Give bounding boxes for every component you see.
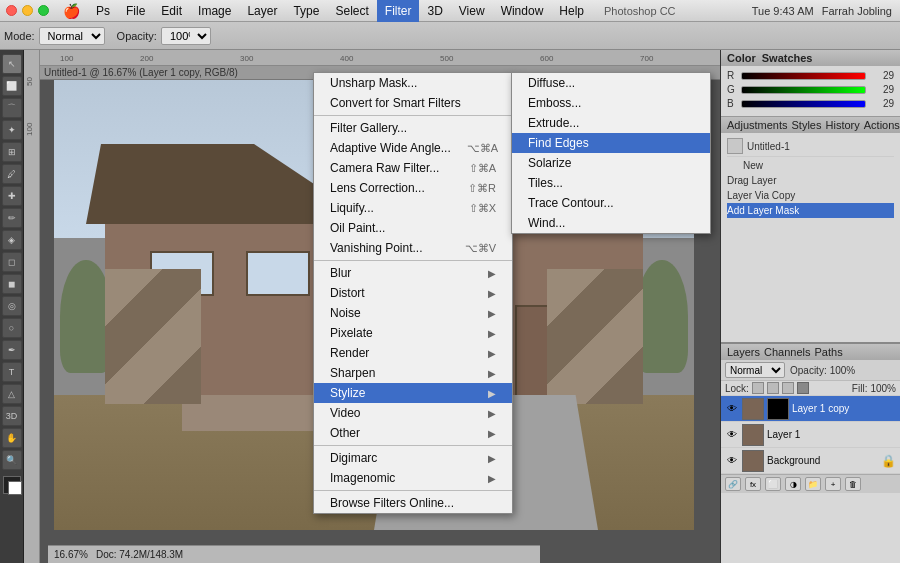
adj-drag-layer[interactable]: Drag Layer (727, 173, 894, 188)
link-layers-btn[interactable]: 🔗 (725, 477, 741, 491)
filter-digimarc[interactable]: Digimarc▶ (314, 448, 512, 468)
tab-paths[interactable]: Paths (815, 346, 843, 358)
g-slider[interactable] (741, 86, 866, 94)
filter-video[interactable]: Video▶ (314, 403, 512, 423)
r-slider[interactable] (741, 72, 866, 80)
b-slider[interactable] (741, 100, 866, 108)
tool-pen[interactable]: ✒ (2, 340, 22, 360)
tab-color[interactable]: Color (727, 52, 756, 64)
filter-lens[interactable]: Lens Correction...⇧⌘R (314, 178, 512, 198)
menu-apple[interactable]: 🍎 (55, 0, 88, 22)
tool-wand[interactable]: ✦ (2, 120, 22, 140)
eye-icon-copy[interactable]: 👁 (725, 402, 739, 416)
tool-zoom[interactable]: 🔍 (2, 450, 22, 470)
stylize-emboss[interactable]: Emboss... (512, 93, 710, 113)
tool-dodge[interactable]: ○ (2, 318, 22, 338)
minimize-button[interactable] (22, 5, 33, 16)
add-style-btn[interactable]: fx (745, 477, 761, 491)
close-button[interactable] (6, 5, 17, 16)
menu-view[interactable]: View (451, 0, 493, 22)
tool-hand[interactable]: ✋ (2, 428, 22, 448)
menu-help[interactable]: Help (551, 0, 592, 22)
lock-image[interactable] (767, 382, 779, 394)
filter-oil-paint[interactable]: Oil Paint... (314, 218, 512, 238)
filter-stylize[interactable]: Stylize▶ (314, 383, 512, 403)
eye-icon-bg[interactable]: 👁 (725, 454, 739, 468)
stylize-tiles[interactable]: Tiles... (512, 173, 710, 193)
tool-fill[interactable]: ◼ (2, 274, 22, 294)
stylize-diffuse[interactable]: Diffuse... (512, 73, 710, 93)
menu-ps[interactable]: Ps (88, 0, 118, 22)
tool-blur[interactable]: ◎ (2, 296, 22, 316)
mode-select[interactable]: Normal (39, 27, 105, 45)
adj-layer-via-copy[interactable]: Layer Via Copy (727, 188, 894, 203)
filter-browse[interactable]: Browse Filters Online... (314, 493, 512, 513)
tool-text[interactable]: T (2, 362, 22, 382)
menu-file[interactable]: File (118, 0, 153, 22)
tool-crop[interactable]: ⊞ (2, 142, 22, 162)
filter-noise[interactable]: Noise▶ (314, 303, 512, 323)
menu-3d[interactable]: 3D (419, 0, 450, 22)
blend-mode-select[interactable]: Normal (725, 362, 785, 378)
stylize-extrude[interactable]: Extrude... (512, 113, 710, 133)
stylize-find-edges[interactable]: Find Edges (512, 133, 710, 153)
stylize-solarize[interactable]: Solarize (512, 153, 710, 173)
stylize-wind[interactable]: Wind... (512, 213, 710, 233)
filter-camera-raw[interactable]: Camera Raw Filter...⇧⌘A (314, 158, 512, 178)
filter-vanishing[interactable]: Vanishing Point...⌥⌘V (314, 238, 512, 258)
filter-sharpen[interactable]: Sharpen▶ (314, 363, 512, 383)
filter-imagenomic[interactable]: Imagenomic▶ (314, 468, 512, 488)
tab-layers[interactable]: Layers (727, 346, 760, 358)
new-adj-btn[interactable]: ◑ (785, 477, 801, 491)
tool-lasso[interactable]: ⌒ (2, 98, 22, 118)
add-mask-btn[interactable]: ⬜ (765, 477, 781, 491)
tab-styles[interactable]: Styles (792, 119, 822, 131)
filter-smart-filters[interactable]: Convert for Smart Filters (314, 93, 512, 113)
layer-item-1[interactable]: 👁 Layer 1 (721, 422, 900, 448)
menu-type[interactable]: Type (285, 0, 327, 22)
filter-distort[interactable]: Distort▶ (314, 283, 512, 303)
adj-new[interactable]: New (727, 157, 894, 173)
tab-adjustments[interactable]: Adjustments (727, 119, 788, 131)
filter-unsharp-mask[interactable]: Unsharp Mask... (314, 73, 512, 93)
layer-item-copy[interactable]: 👁 Layer 1 copy (721, 396, 900, 422)
background-color[interactable] (8, 481, 22, 495)
eye-icon-1[interactable]: 👁 (725, 428, 739, 442)
tool-eraser[interactable]: ◻ (2, 252, 22, 272)
tool-3d[interactable]: 3D (2, 406, 22, 426)
new-group-btn[interactable]: 📁 (805, 477, 821, 491)
tool-select[interactable]: ⬜ (2, 76, 22, 96)
tool-move[interactable]: ↖ (2, 54, 22, 74)
lock-position[interactable] (782, 382, 794, 394)
tab-actions[interactable]: Actions (864, 119, 900, 131)
menu-image[interactable]: Image (190, 0, 239, 22)
lock-all[interactable] (797, 382, 809, 394)
tool-path[interactable]: △ (2, 384, 22, 404)
filter-render[interactable]: Render▶ (314, 343, 512, 363)
filter-gallery[interactable]: Filter Gallery... (314, 118, 512, 138)
tab-channels[interactable]: Channels (764, 346, 810, 358)
tool-eyedrop[interactable]: 🖊 (2, 164, 22, 184)
tool-heal[interactable]: ✚ (2, 186, 22, 206)
lock-transparent[interactable] (752, 382, 764, 394)
delete-layer-btn[interactable]: 🗑 (845, 477, 861, 491)
maximize-button[interactable] (38, 5, 49, 16)
adj-add-layer-mask[interactable]: Add Layer Mask (727, 203, 894, 218)
filter-liquify[interactable]: Liquify...⇧⌘X (314, 198, 512, 218)
menu-layer[interactable]: Layer (239, 0, 285, 22)
filter-blur[interactable]: Blur▶ (314, 263, 512, 283)
layer-item-bg[interactable]: 👁 Background 🔒 (721, 448, 900, 474)
opacity-select[interactable]: 100% (161, 27, 211, 45)
menu-filter[interactable]: Filter (377, 0, 420, 22)
menu-select[interactable]: Select (327, 0, 376, 22)
new-layer-btn[interactable]: + (825, 477, 841, 491)
tab-history[interactable]: History (826, 119, 860, 131)
stylize-trace-contour[interactable]: Trace Contour... (512, 193, 710, 213)
filter-adaptive[interactable]: Adaptive Wide Angle...⌥⌘A (314, 138, 512, 158)
menu-window[interactable]: Window (493, 0, 552, 22)
tool-brush[interactable]: ✏ (2, 208, 22, 228)
tool-clone[interactable]: ◈ (2, 230, 22, 250)
tab-swatches[interactable]: Swatches (762, 52, 813, 64)
menu-edit[interactable]: Edit (153, 0, 190, 22)
filter-other[interactable]: Other▶ (314, 423, 512, 443)
